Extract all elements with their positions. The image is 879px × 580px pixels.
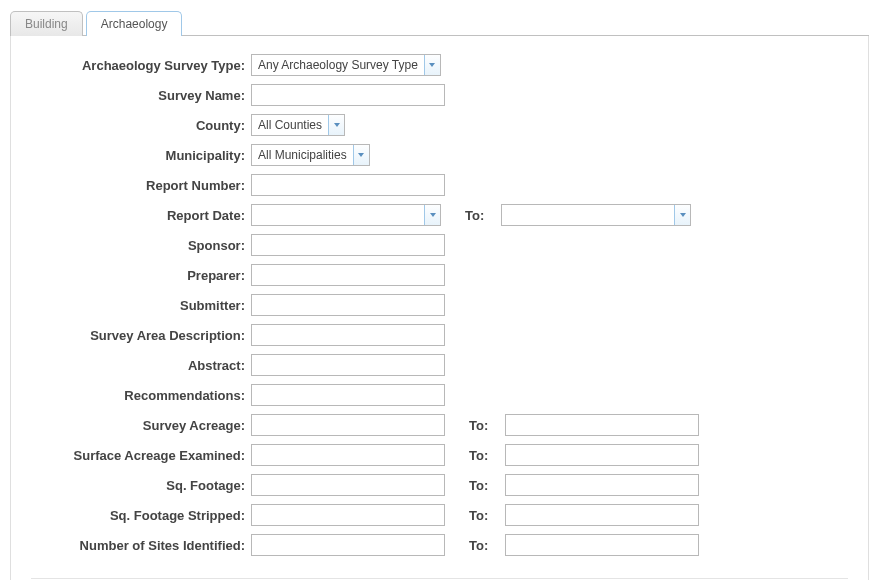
panel-archaeology: Archaeology Survey Type: Any Archaeology… [10,36,869,580]
label-survey-name: Survey Name: [31,88,251,103]
tab-archaeology-label: Archaeology [101,17,168,31]
survey-name-input[interactable] [251,84,445,106]
county-value: All Counties [252,115,328,135]
municipality-select[interactable]: All Municipalities [251,144,370,166]
sq-footage-stripped-from-input[interactable] [251,504,445,526]
chevron-down-icon[interactable] [424,205,440,225]
surface-acreage-to-input[interactable] [505,444,699,466]
survey-type-value: Any Archaeology Survey Type [252,55,424,75]
report-date-from-value [252,205,424,225]
recommendations-input[interactable] [251,384,445,406]
report-date-to[interactable] [501,204,691,226]
tabs: Building Archaeology [10,10,869,36]
abstract-input[interactable] [251,354,445,376]
report-number-input[interactable] [251,174,445,196]
label-county: County: [31,118,251,133]
tab-building[interactable]: Building [10,11,83,36]
sq-footage-to-input[interactable] [505,474,699,496]
label-report-number: Report Number: [31,178,251,193]
label-survey-type: Archaeology Survey Type: [31,58,251,73]
label-report-date-to: To: [465,208,491,223]
chevron-down-icon[interactable] [674,205,690,225]
submitter-input[interactable] [251,294,445,316]
label-report-date: Report Date: [31,208,251,223]
label-survey-acreage: Survey Acreage: [31,418,251,433]
label-municipality: Municipality: [31,148,251,163]
label-survey-acreage-to: To: [469,418,495,433]
sponsor-input[interactable] [251,234,445,256]
county-select[interactable]: All Counties [251,114,345,136]
footer-separator [31,578,848,579]
label-recommendations: Recommendations: [31,388,251,403]
sq-footage-stripped-to-input[interactable] [505,504,699,526]
report-date-from[interactable] [251,204,441,226]
label-abstract: Abstract: [31,358,251,373]
label-sq-footage-to: To: [469,478,495,493]
tab-archaeology[interactable]: Archaeology [86,11,183,36]
surface-acreage-from-input[interactable] [251,444,445,466]
chevron-down-icon[interactable] [424,55,440,75]
label-preparer: Preparer: [31,268,251,283]
preparer-input[interactable] [251,264,445,286]
label-submitter: Submitter: [31,298,251,313]
label-sq-footage-stripped: Sq. Footage Stripped: [31,508,251,523]
label-sq-footage: Sq. Footage: [31,478,251,493]
survey-area-desc-input[interactable] [251,324,445,346]
label-surface-acreage-to: To: [469,448,495,463]
label-sq-footage-stripped-to: To: [469,508,495,523]
sites-identified-from-input[interactable] [251,534,445,556]
sites-identified-to-input[interactable] [505,534,699,556]
tab-building-label: Building [25,17,68,31]
label-sponsor: Sponsor: [31,238,251,253]
survey-type-select[interactable]: Any Archaeology Survey Type [251,54,441,76]
chevron-down-icon[interactable] [328,115,344,135]
report-date-to-value [502,205,674,225]
label-surface-acreage: Surface Acreage Examined: [31,448,251,463]
municipality-value: All Municipalities [252,145,353,165]
sq-footage-from-input[interactable] [251,474,445,496]
label-sites-identified-to: To: [469,538,495,553]
label-sites-identified: Number of Sites Identified: [31,538,251,553]
survey-acreage-from-input[interactable] [251,414,445,436]
label-survey-area-desc: Survey Area Description: [31,328,251,343]
chevron-down-icon[interactable] [353,145,369,165]
survey-acreage-to-input[interactable] [505,414,699,436]
